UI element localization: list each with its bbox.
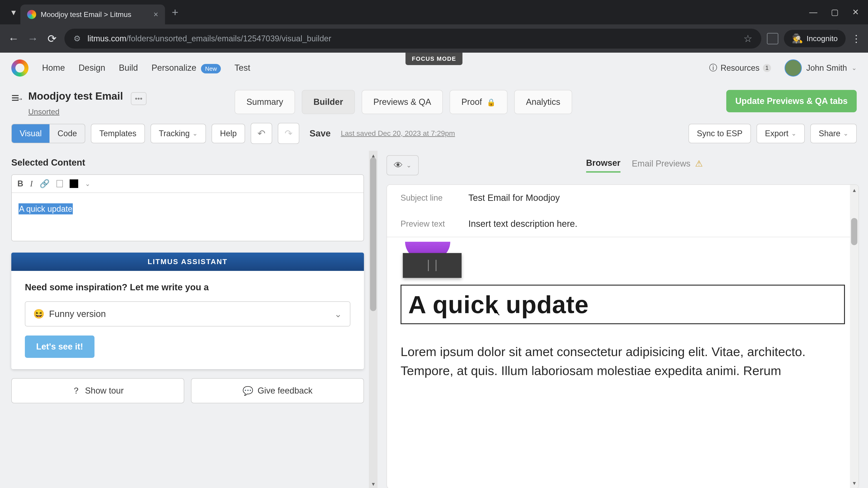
chevron-down-icon[interactable]: ⌄ [85,180,90,188]
incognito-badge[interactable]: 🕵 Incognito [784,30,846,47]
give-feedback-button[interactable]: 💬 Give feedback [191,378,364,403]
sidebar-toggle-icon[interactable]: ≡ [11,90,19,105]
help-button[interactable]: Help [212,124,245,143]
chevron-down-icon: ⌄ [791,130,796,137]
sync-esp-button[interactable]: Sync to ESP [688,124,751,143]
reload-button[interactable]: ⟳ [45,32,59,45]
comment-icon: 💬 [243,386,253,396]
templates-button[interactable]: Templates [91,124,145,143]
toolbar-overlay[interactable] [403,253,462,278]
preview-view-options[interactable]: 👁 ⌄ [386,155,418,175]
scroll-down-arrow-icon[interactable]: ▾ [369,481,377,488]
app-root: FOCUS MODE Home Design Build Personalize… [0,53,868,488]
cursor-icon: ↖ [493,307,501,318]
close-tab-icon[interactable]: × [153,10,158,19]
chevron-down-icon: ⌄ [851,64,857,72]
user-menu[interactable]: John Smith ⌄ [784,59,857,76]
bookmark-icon[interactable]: ☆ [743,33,752,44]
back-button[interactable]: ← [7,32,20,45]
reader-mode-icon[interactable] [767,33,778,44]
new-tab-button[interactable]: + [172,6,178,19]
bold-button[interactable]: B [18,179,23,188]
warning-icon: ⚠ [695,159,703,168]
nav-design[interactable]: Design [79,63,105,73]
tab-previews[interactable]: Previews & QA [362,90,443,114]
nav-home[interactable]: Home [42,63,65,73]
close-window-icon[interactable]: ✕ [852,7,859,17]
left-footer-actions: ？ Show tour 💬 Give feedback [7,369,368,408]
email-body-preview[interactable]: A quick update ↖ Lorem ipsum dolor sit a… [387,237,859,385]
undo-button[interactable]: ↶ [251,123,272,144]
tracking-button[interactable]: Tracking ⌄ [151,124,206,143]
preview-tab-email[interactable]: Email Previews ⚠ [632,159,703,172]
tab-title: Moodjoy test Email > Litmus [41,10,149,19]
email-body-text: Lorem ipsum dolor sit amet consectetur a… [401,342,845,380]
update-previews-button[interactable]: Update Previews & QA tabs [726,90,857,112]
litmus-logo-icon[interactable] [11,59,29,76]
tab-summary[interactable]: Summary [235,90,295,114]
info-icon: ⓘ [709,62,717,73]
title-row: ≡ Moodjoy test Email ••• Unsorted Summar… [0,83,868,116]
redo-button[interactable]: ↷ [278,123,299,144]
resources-link[interactable]: ⓘ Resources 1 [709,62,771,73]
site-settings-icon[interactable]: ⚙ [73,34,81,43]
maximize-icon[interactable]: ▢ [831,7,839,17]
email-headline: A quick update [408,290,837,319]
browser-toolbar: ← → ⟳ ⚙ litmus.com/folders/unsorted_emai… [0,24,868,53]
incognito-icon: 🕵 [792,33,803,44]
question-icon: ？ [72,385,81,396]
scrollbar-thumb[interactable] [370,158,376,311]
clear-format-button[interactable] [57,180,63,187]
left-panel: ▴ ▾ Selected Content B I 🔗 ⌄ A quick upd… [7,151,377,488]
code-mode-button[interactable]: Code [50,124,85,143]
nav-build[interactable]: Build [119,63,138,73]
preview-text-value[interactable]: Insert text description here. [468,219,577,229]
minimize-icon[interactable]: — [809,7,817,17]
scroll-up-arrow-icon[interactable]: ▴ [851,185,858,195]
last-saved-text[interactable]: Last saved Dec 20, 2023 at 7:29pm [341,129,455,138]
italic-button[interactable]: I [30,179,33,188]
address-bar[interactable]: ⚙ litmus.com/folders/unsorted_emails/ema… [64,29,761,48]
tab-analytics[interactable]: Analytics [514,90,572,114]
tab-list-button[interactable]: ▾ [7,5,20,19]
focus-mode-badge[interactable]: FOCUS MODE [405,53,463,65]
export-button[interactable]: Export ⌄ [756,124,805,143]
url-path: /folders/unsorted_emails/emails/12547039… [126,34,331,43]
headline-selected-box[interactable]: A quick update ↖ [401,285,845,324]
scroll-down-arrow-icon[interactable]: ▾ [851,478,858,488]
workspace: ▴ ▾ Selected Content B I 🔗 ⌄ A quick upd… [0,151,868,488]
browser-menu-icon[interactable]: ⋮ [851,33,861,44]
assistant-card: LITMUS ASSISTANT Need some inspiration? … [11,253,364,369]
nav-personalize[interactable]: Personalize New [151,63,221,73]
subject-value[interactable]: Test Email for Moodjoy [468,193,560,203]
assistant-generate-button[interactable]: Let's see it! [25,335,94,358]
url-domain: litmus.com [88,34,126,43]
text-color-swatch[interactable] [70,180,78,188]
content-editor: B I 🔗 ⌄ A quick update [11,174,364,241]
assistant-tone-select[interactable]: 😆 Funny version ⌄ [25,301,350,326]
preview-tab-browser[interactable]: Browser [586,158,620,173]
nav-test[interactable]: Test [235,63,250,73]
chevron-down-icon: ⌄ [843,130,848,137]
favicon-icon [27,10,36,19]
editor-textarea[interactable]: A quick update [12,193,364,241]
left-scrollbar[interactable]: ▴ ▾ [369,151,377,488]
tab-builder[interactable]: Builder [302,90,355,114]
folder-link[interactable]: Unsorted [28,107,59,116]
preview-panel: 👁 ⌄ Browser Email Previews ⚠ ▴ ▾ [377,151,868,488]
link-button[interactable]: 🔗 [39,179,50,188]
visual-mode-button[interactable]: Visual [12,124,50,143]
eye-icon: 👁 [394,160,403,170]
main-tabs: Summary Builder Previews & QA Proof 🔒 An… [235,90,572,114]
browser-tab[interactable]: Moodjoy test Email > Litmus × [20,4,165,24]
show-tour-button[interactable]: ？ Show tour [11,378,184,403]
forward-button[interactable]: → [26,32,39,45]
preview-tab-bar: 👁 ⌄ Browser Email Previews ⚠ [377,151,868,180]
email-title[interactable]: Moodjoy test Email [28,90,123,102]
subject-label: Subject line [401,193,459,203]
assistant-prompt: Need some inspiration? Let me write you … [25,282,350,292]
email-options-button[interactable]: ••• [131,92,147,105]
tab-proof[interactable]: Proof 🔒 [450,90,507,114]
share-button[interactable]: Share ⌄ [810,124,857,143]
save-button[interactable]: Save [309,128,331,138]
